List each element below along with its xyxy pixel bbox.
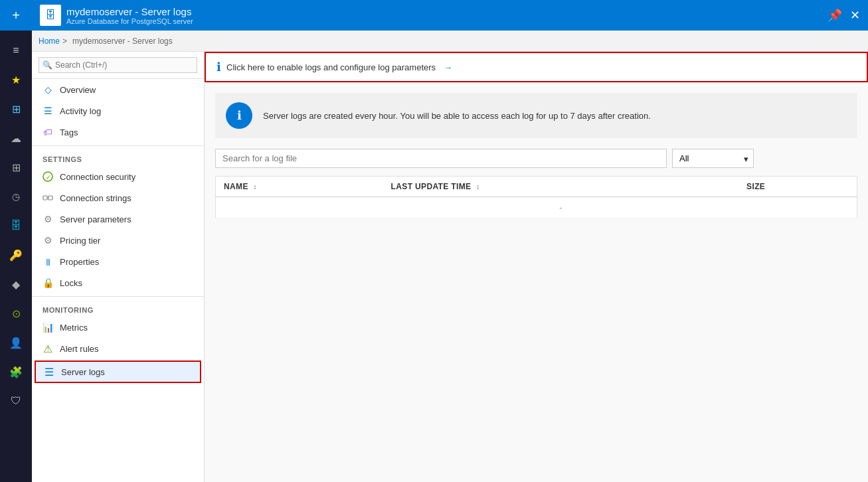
table-body: - [216, 197, 857, 218]
sidebar-item-connection-strings[interactable]: Connection strings [32, 187, 204, 208]
locks-icon: 🔒 [43, 278, 53, 288]
sidebar-item-alert-rules[interactable]: ⚠ Alert rules [32, 338, 204, 359]
add-icon[interactable]: + [12, 8, 20, 23]
close-button[interactable]: ✕ [850, 8, 860, 23]
sidebar-item-server-logs[interactable]: ☰ Server logs [35, 361, 201, 383]
info-box-text: Server logs are created every hour. You … [263, 111, 651, 121]
panel-content: ℹ Server logs are created every hour. Yo… [205, 82, 868, 482]
top-bar-titles: mydemoserver - Server logs Azure Databas… [66, 6, 193, 25]
monitoring-section-label: MONITORING [32, 299, 204, 317]
sidebar-item-overview[interactable]: ◇ Overview [32, 79, 204, 100]
page-subtitle: Azure Database for PostgreSQL server [66, 17, 193, 25]
sidebar-item-metrics-label: Metrics [60, 323, 88, 333]
sidebar-item-tags-label: Tags [60, 127, 78, 137]
table-header: NAME ↕ LAST UPDATE TIME ↕ SIZE [216, 177, 857, 197]
empty-dash [216, 197, 383, 218]
sidebar-clock[interactable]: ◷ [0, 182, 32, 211]
info-box-icon: ℹ [226, 102, 252, 129]
pricing-tier-icon: ⚙ [43, 235, 53, 246]
sidebar-item-overview-label: Overview [60, 85, 96, 95]
info-circle-icon: ℹ [237, 108, 242, 123]
sidebar-item-connection-security-label: Connection security [60, 172, 135, 182]
sidebar-hamburger[interactable]: ≡ [0, 36, 32, 65]
overview-icon: ◇ [43, 84, 53, 95]
content-area: 🔍 ◇ Overview ☰ Activity log 🏷 Tags SETTI… [32, 52, 868, 482]
col-name[interactable]: NAME ↕ [216, 177, 383, 197]
server-logs-icon: ☰ [44, 366, 54, 377]
sidebar-item-locks[interactable]: 🔒 Locks [32, 272, 204, 293]
sidebar-shield[interactable]: 🛡 [0, 386, 32, 416]
breadcrumb: Home > mydemoserver - Server logs [32, 31, 868, 52]
icon-bar: + ≡ ★ ⊞ ☁ ⊞ ◷ 🗄 🔑 ◆ ⊙ 👤 🧩 🛡 [0, 0, 32, 482]
sidebar-item-connection-security[interactable]: ✓ Connection security [32, 166, 204, 187]
star-icon: ★ [11, 74, 21, 86]
activity-log-icon: ☰ [43, 106, 53, 116]
sidebar-item-pricing-tier-label: Pricing tier [60, 236, 100, 246]
circle-icon: ⊙ [12, 307, 21, 320]
connection-security-icon: ✓ [43, 171, 53, 182]
top-bar-actions: 📌 ✕ [827, 8, 860, 23]
sidebar-key[interactable]: 🔑 [0, 240, 32, 270]
dashboard-icon: ⊞ [12, 161, 21, 174]
sidebar-favorites[interactable]: ★ [0, 65, 32, 94]
empty-cell-2 [738, 197, 857, 218]
settings-section-label: SETTINGS [32, 149, 204, 166]
hamburger-icon: ≡ [13, 44, 19, 56]
col-name-label: NAME [224, 182, 248, 191]
sidebar-item-properties-label: Properties [60, 257, 99, 267]
sidebar-item-server-parameters[interactable]: ⚙ Server parameters [32, 208, 204, 230]
alert-banner-text: Click here to enable logs and configure … [226, 62, 436, 72]
empty-cell-1: - [383, 197, 738, 218]
sidebar-search-wrap: 🔍 [39, 57, 197, 73]
sidebar-item-connection-strings-label: Connection strings [60, 193, 131, 203]
key-icon: 🔑 [9, 249, 23, 262]
recent-icon: ⊞ [12, 103, 21, 116]
sidebar-item-pricing-tier[interactable]: ⚙ Pricing tier [32, 230, 204, 251]
pin-button[interactable]: 📌 [827, 8, 842, 23]
sidebar-item-locks-label: Locks [60, 278, 82, 288]
clock-icon: ◷ [12, 191, 20, 202]
sidebar-circle[interactable]: ⊙ [0, 299, 32, 328]
toolbar: All Last 7 days Last 24 hours [215, 149, 857, 168]
col-last-update[interactable]: LAST UPDATE TIME ↕ [383, 177, 738, 197]
icon-bar-top: + [0, 0, 32, 31]
alert-arrow-icon: → [444, 62, 452, 72]
sidebar-item-server-parameters-label: Server parameters [60, 214, 131, 224]
sidebar-user[interactable]: 👤 [0, 328, 32, 357]
breadcrumb-home[interactable]: Home [39, 37, 60, 46]
sidebar-item-properties[interactable]: ||| Properties [32, 251, 204, 272]
sidebar-search-input[interactable] [39, 57, 197, 73]
sidebar-database[interactable]: 🗄 [0, 211, 32, 240]
col-size-label: SIZE [746, 182, 765, 191]
sidebar-recent[interactable]: ⊞ [0, 94, 32, 123]
sidebar-item-alert-rules-label: Alert rules [60, 344, 99, 354]
info-box: ℹ Server logs are created every hour. Yo… [215, 93, 857, 138]
sidebar-search-container: 🔍 [32, 52, 204, 79]
log-search-input[interactable] [215, 149, 667, 168]
svg-rect-3 [48, 196, 52, 200]
sidebar-item-metrics[interactable]: 📊 Metrics [32, 317, 204, 338]
alert-rules-icon: ⚠ [43, 343, 53, 354]
resource-icon: 🗄 [40, 5, 61, 26]
alert-banner[interactable]: ℹ Click here to enable logs and configur… [205, 52, 868, 82]
sidebar-search-icon: 🔍 [43, 60, 52, 70]
divider-1 [32, 145, 204, 146]
sidebar-dashboard[interactable]: ⊞ [0, 153, 32, 182]
sidebar: 🔍 ◇ Overview ☰ Activity log 🏷 Tags SETTI… [32, 52, 205, 482]
puzzle-icon: 🧩 [9, 366, 23, 378]
sidebar-diamond[interactable]: ◆ [0, 270, 32, 299]
sidebar-item-activity-label: Activity log [60, 106, 101, 116]
sidebar-puzzle[interactable]: 🧩 [0, 357, 32, 386]
db-icon: 🗄 [45, 9, 56, 21]
table-header-row: NAME ↕ LAST UPDATE TIME ↕ SIZE [216, 177, 857, 197]
filter-dropdown[interactable]: All Last 7 days Last 24 hours [672, 149, 754, 168]
sidebar-item-tags[interactable]: 🏷 Tags [32, 121, 204, 143]
col-name-sort-icon: ↕ [253, 183, 256, 191]
table-empty-row: - [216, 197, 857, 218]
sidebar-item-activity-log[interactable]: ☰ Activity log [32, 100, 204, 121]
tags-icon: 🏷 [43, 127, 53, 137]
shield-icon: 🛡 [11, 395, 21, 407]
breadcrumb-separator: > [62, 37, 67, 46]
sidebar-cloud[interactable]: ☁ [0, 123, 32, 153]
alert-info-icon: ℹ [217, 60, 221, 74]
